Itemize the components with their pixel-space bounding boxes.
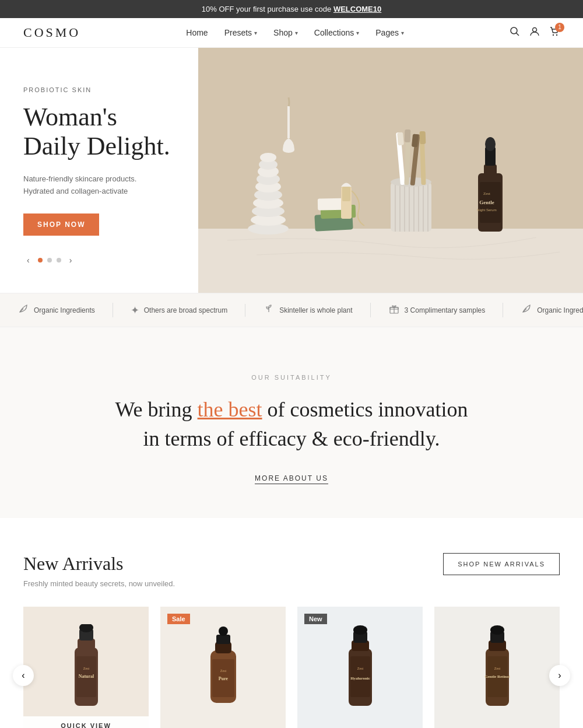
slider-next-button[interactable]: › <box>66 254 76 266</box>
product-image-wrap: Sale Zest Pure <box>160 607 286 728</box>
products-grid: ‹ Zest Natural QUICK VIEW Ultimate Facel… <box>23 607 560 728</box>
leaf-2-icon <box>521 303 532 317</box>
account-button[interactable] <box>529 26 540 40</box>
svg-point-4 <box>556 34 557 35</box>
feature-organic-label: Organic Ingredients <box>34 306 95 314</box>
svg-text:Gentle: Gentle <box>479 200 494 205</box>
nav-home[interactable]: Home <box>186 28 208 37</box>
product-image-wrap: Zest Gentle Retinol <box>434 607 560 728</box>
svg-point-70 <box>353 625 367 635</box>
feature-plant: Skinteller is whole plant <box>245 303 370 317</box>
svg-rect-40 <box>420 131 426 144</box>
slider-dot-1[interactable] <box>38 258 43 262</box>
svg-text:Night Serum: Night Serum <box>477 208 496 212</box>
cart-button[interactable]: 1 <box>549 26 560 40</box>
svg-rect-6 <box>198 229 583 293</box>
hero-section: PROBIOTIC SKIN Woman'sDaily Delight. Nat… <box>0 48 583 293</box>
svg-text:Zest: Zest <box>483 191 490 196</box>
nav-pages[interactable]: Pages ▾ <box>375 28 404 37</box>
product-image: Zest Pure <box>194 624 252 718</box>
nav-shop[interactable]: Shop ▾ <box>273 28 298 37</box>
svg-rect-36 <box>405 130 411 142</box>
header: COSMO Home Presets ▾ Shop ▾ Collections … <box>0 18 583 48</box>
svg-rect-22 <box>342 187 350 201</box>
feature-plant-label: Skinteller is whole plant <box>279 306 352 314</box>
feature-spectrum-label: Others are broad spectrum <box>144 306 227 314</box>
svg-text:Natural: Natural <box>78 674 94 679</box>
product-image: Zest Natural <box>57 624 115 718</box>
slider-dot-2[interactable] <box>47 258 52 262</box>
nav-presets[interactable]: Presets ▾ <box>224 28 257 37</box>
svg-text:Zest: Zest <box>357 667 363 670</box>
product-image-wrap: Zest Natural QUICK VIEW <box>23 607 149 728</box>
new-arrivals-header: New Arrivals Freshly minted beauty secre… <box>23 553 560 588</box>
svg-point-44 <box>485 137 496 151</box>
announcement-text: 10% OFF your first purchase use code <box>202 5 333 13</box>
slider-controls: ‹ › <box>23 254 175 266</box>
hero-description: Nature-friendly skincare products.Hydrat… <box>23 173 175 198</box>
svg-rect-23 <box>391 182 431 232</box>
logo[interactable]: COSMO <box>23 25 80 40</box>
svg-point-16 <box>260 153 276 162</box>
svg-text:Zest: Zest <box>83 667 89 670</box>
svg-point-0 <box>511 27 517 34</box>
nav-collections[interactable]: Collections ▾ <box>314 28 359 37</box>
header-icons: 1 <box>510 26 560 40</box>
svg-line-1 <box>517 33 519 36</box>
shop-now-button[interactable]: SHOP NOW <box>23 214 99 236</box>
new-arrivals-section: New Arrivals Freshly minted beauty secre… <box>0 518 583 728</box>
svg-text:Hyaluronic: Hyaluronic <box>350 676 370 681</box>
product-card: Sale Zest Pure Derma Collagen Cream $68.… <box>160 607 286 728</box>
svg-point-3 <box>553 34 554 35</box>
svg-rect-42 <box>484 164 497 176</box>
search-button[interactable] <box>510 26 520 40</box>
features-bar: Organic Ingredients ✦ Others are broad s… <box>0 293 583 327</box>
slider-dot-3[interactable] <box>57 258 61 262</box>
feature-organic: Organic Ingredients <box>0 303 113 317</box>
main-nav: Home Presets ▾ Shop ▾ Collections ▾ Page… <box>186 28 404 37</box>
suitability-section: OUR SUITABILITY We bring the best of cos… <box>0 327 583 518</box>
feature-spectrum: ✦ Others are broad spectrum <box>113 304 245 317</box>
products-prev-button[interactable]: ‹ <box>13 665 34 686</box>
product-image: Zest Gentle Retinol <box>468 624 526 718</box>
product-card: Zest Natural QUICK VIEW Ultimate Facelif… <box>23 607 149 728</box>
sparkle-icon: ✦ <box>131 304 139 317</box>
svg-point-2 <box>533 27 537 32</box>
product-badge-sale: Sale <box>167 614 190 624</box>
product-badge-new: New <box>304 614 327 624</box>
feature-samples-label: 3 Complimentary samples <box>405 306 486 314</box>
new-arrivals-title-group: New Arrivals Freshly minted beauty secre… <box>23 553 175 588</box>
chevron-down-icon: ▾ <box>295 30 298 36</box>
features-list: Organic Ingredients ✦ Others are broad s… <box>0 303 583 317</box>
hero-image: Zest Gentle Night Serum <box>198 48 583 293</box>
hero-title: Woman'sDaily Delight. <box>23 103 175 162</box>
svg-rect-34 <box>397 132 404 146</box>
announcement-bar: 10% OFF your first purchase use code WEL… <box>0 0 583 18</box>
announcement-code[interactable]: WELCOME10 <box>333 5 381 13</box>
shop-new-arrivals-button[interactable]: SHOP NEW ARRIVALS <box>443 553 560 575</box>
svg-text:Zest: Zest <box>220 669 226 673</box>
chevron-down-icon: ▾ <box>401 30 404 36</box>
svg-point-77 <box>490 625 504 635</box>
quick-view-overlay[interactable]: QUICK VIEW <box>23 716 149 728</box>
hero-text-panel: PROBIOTIC SKIN Woman'sDaily Delight. Nat… <box>0 48 198 293</box>
leaf-icon <box>17 303 29 317</box>
svg-point-63 <box>219 626 228 636</box>
hero-illustration: Zest Gentle Night Serum <box>198 48 583 293</box>
svg-text:Zest: Zest <box>494 667 500 670</box>
cart-count: 1 <box>555 23 564 32</box>
products-next-button[interactable]: › <box>549 665 570 686</box>
chevron-down-icon: ▾ <box>254 30 257 36</box>
new-arrivals-subtitle: Freshly minted beauty secrets, now unvei… <box>23 579 175 588</box>
feature-organic-2-label: Organic Ingredients <box>537 306 583 314</box>
suitability-title: We bring the best of cosmetics innovatio… <box>23 395 560 454</box>
gift-icon <box>388 303 400 317</box>
product-image: Zest Hyaluronic <box>331 624 389 718</box>
feature-samples: 3 Complimentary samples <box>371 303 504 317</box>
slider-prev-button[interactable]: ‹ <box>23 254 33 266</box>
chevron-down-icon: ▾ <box>356 30 359 36</box>
product-image-wrap: New Zest Hyaluronic <box>297 607 423 728</box>
svg-rect-62 <box>216 635 230 644</box>
plant-icon <box>263 303 275 317</box>
more-about-link[interactable]: MORE ABOUT US <box>255 474 328 484</box>
